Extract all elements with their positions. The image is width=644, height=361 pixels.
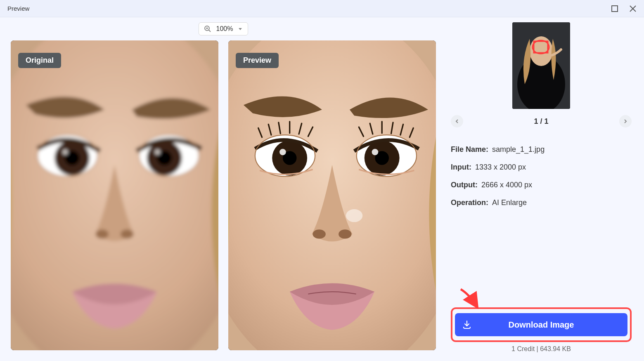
svg-point-16	[96, 229, 109, 238]
zoom-control[interactable]: 100%	[199, 22, 249, 35]
sidebar: 1 / 1 File Name: sample_1_1.jpg Input: 1…	[447, 17, 644, 361]
meta-label: Output:	[451, 181, 478, 189]
chevron-down-icon	[238, 26, 243, 31]
images-row: Original	[11, 40, 436, 361]
zoom-row: 100%	[11, 17, 436, 40]
svg-point-21	[155, 149, 160, 155]
window-title: Preview	[7, 5, 29, 12]
annotation-arrow-icon	[458, 287, 481, 310]
download-icon	[462, 320, 471, 329]
original-image	[11, 40, 218, 350]
svg-point-47	[279, 149, 286, 156]
svg-marker-7	[239, 28, 242, 30]
svg-point-20	[62, 149, 68, 155]
window-controls	[611, 5, 637, 12]
pager-prev-button[interactable]	[451, 115, 463, 127]
meta-block: File Name: sample_1_1.jpg Input: 1333 x …	[451, 145, 632, 207]
original-image-panel[interactable]: Original	[11, 40, 218, 350]
meta-label: File Name:	[451, 145, 488, 153]
meta-output: Output: 2666 x 4000 px	[451, 181, 632, 189]
meta-label: Operation:	[451, 198, 488, 207]
meta-value: sample_1_1.jpg	[492, 145, 545, 153]
maximize-icon[interactable]	[611, 5, 618, 12]
meta-label: Input:	[451, 163, 471, 171]
meta-operation: Operation: AI Enlarge	[451, 198, 632, 207]
pager-text: 1 / 1	[534, 117, 548, 126]
chevron-left-icon	[455, 119, 459, 124]
svg-point-43	[339, 229, 351, 238]
close-icon[interactable]	[629, 5, 637, 12]
svg-line-4	[208, 30, 211, 32]
zoom-value: 100%	[216, 25, 233, 33]
meta-value: 2666 x 4000 px	[481, 181, 532, 189]
meta-value: AI Enlarge	[492, 198, 527, 207]
main: 100% Original	[0, 17, 644, 361]
meta-file-name: File Name: sample_1_1.jpg	[451, 145, 632, 154]
download-label: Download Image	[509, 320, 574, 330]
svg-point-44	[346, 209, 362, 222]
svg-point-17	[121, 229, 133, 238]
preview-image-panel[interactable]: Preview	[228, 40, 436, 350]
preview-label: Preview	[236, 53, 279, 68]
meta-value: 1333 x 2000 px	[475, 163, 526, 171]
titlebar: Preview	[0, 0, 644, 17]
meta-input: Input: 1333 x 2000 px	[451, 163, 632, 172]
svg-point-42	[313, 229, 326, 238]
svg-point-48	[372, 149, 379, 156]
pager-next-button[interactable]	[619, 115, 632, 127]
thumbnail[interactable]	[512, 22, 570, 109]
download-credit: 1 Credit | 643.94 KB	[451, 345, 632, 353]
pager: 1 / 1	[451, 115, 632, 128]
viewer-pane: 100% Original	[0, 17, 447, 361]
original-label: Original	[18, 53, 61, 68]
thumbnail-wrap	[451, 22, 632, 109]
download-annotation-box: Download Image	[451, 307, 632, 342]
thumbnail-image	[512, 22, 570, 109]
svg-rect-0	[612, 6, 618, 12]
download-button[interactable]: Download Image	[455, 313, 627, 336]
chevron-right-icon	[623, 119, 628, 124]
zoom-in-icon	[204, 25, 211, 33]
preview-image	[228, 40, 436, 350]
